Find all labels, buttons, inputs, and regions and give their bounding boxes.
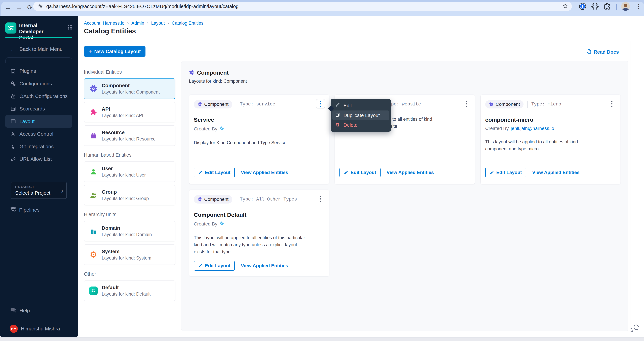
project-selector[interactable]: PROJECT Select a Project › [11, 182, 67, 199]
view-applied-entities-link[interactable]: View Applied Entities [241, 170, 288, 175]
created-by-label: Created By [485, 126, 509, 131]
breadcrumb-admin[interactable]: Admin [132, 21, 144, 26]
layout-card-component-micro: Component Type: micro component-micro Cr… [480, 94, 621, 184]
harness-user-icon [219, 221, 224, 227]
view-applied-entities-link[interactable]: View Applied Entities [241, 263, 288, 268]
onepassword-extension-icon[interactable] [578, 2, 586, 10]
view-applied-entities-link[interactable]: View Applied Entities [386, 170, 434, 175]
entity-name: Component [102, 83, 160, 88]
git-branch-icon [10, 143, 16, 150]
card-menu-button[interactable] [316, 99, 325, 108]
type-text: Type: micro [527, 101, 561, 108]
created-by-row: Created By [194, 221, 324, 227]
entity-item-system[interactable]: ⚙ System Layouts for kind: System [84, 244, 175, 265]
user-avatar: HM [10, 325, 18, 333]
layout-card-component-default: Component Type: All Other Types Componen… [189, 190, 329, 277]
main-content: Account: Harness.io › Admin › Layout › C… [78, 16, 644, 337]
bottom-bar [0, 337, 644, 341]
entity-name: API [102, 106, 143, 112]
entity-item-group[interactable]: Group Layouts for kind: Group [84, 185, 175, 205]
new-catalog-layout-button[interactable]: + New Catalog Layout [84, 46, 146, 57]
read-docs-link[interactable]: Read Docs [586, 49, 619, 55]
entity-item-resource[interactable]: Resource Layouts for kind: Resource [84, 125, 175, 146]
sidebar-item-label: Layout [20, 118, 34, 124]
duplicate-copy-icon [335, 112, 340, 118]
sidebar-item-label: Access Control [20, 131, 53, 137]
created-by-user-link[interactable]: jenil.jain@harness.io [511, 126, 554, 131]
card-menu-button[interactable] [608, 99, 616, 108]
api-puzzle-icon [89, 108, 98, 116]
link-icon [10, 156, 16, 162]
sidebar-item-git-integrations[interactable]: Git Integrations [0, 140, 78, 153]
sidebar-item-pipelines[interactable]: Pipelines [10, 204, 40, 216]
sidebar-item-scorecards[interactable]: Scorecards [0, 102, 78, 115]
chevron-right-icon: › [61, 187, 64, 195]
entity-item-user[interactable]: User Layouts for kind: User [84, 161, 175, 182]
sidebar-item-url-allow-list[interactable]: URL Allow List [0, 153, 78, 165]
sidebar-item-layout[interactable]: Layout [5, 115, 72, 128]
resource-bag-icon [89, 131, 98, 140]
layouts-panel: Component Layouts for kind: Component Co… [181, 61, 628, 331]
browser-back-button[interactable]: ← [4, 3, 12, 12]
layout-title: component-micro [485, 116, 616, 123]
breadcrumb-separator: › [127, 20, 129, 26]
sidebar-item-oauth-configurations[interactable]: OAuth Configurations [0, 90, 78, 102]
entity-item-component[interactable]: Component Layouts for kind: Component [84, 78, 175, 99]
edit-layout-button[interactable]: Edit Layout [194, 261, 235, 271]
pipelines-icon [10, 206, 16, 213]
view-applied-entities-link[interactable]: View Applied Entities [532, 170, 580, 175]
edit-layout-button[interactable]: Edit Layout [194, 168, 235, 177]
menu-item-delete[interactable]: Delete [332, 120, 389, 130]
sidebar-accent-divider [5, 37, 72, 38]
entity-item-domain[interactable]: Domain Layouts for kind: Domain [84, 221, 175, 241]
edit-layout-button[interactable]: Edit Layout [340, 168, 380, 177]
group-label-individual: Individual Entities [84, 69, 175, 75]
user-menu[interactable]: HM Himanshu Mishra [10, 324, 60, 333]
menu-item-duplicate-layout[interactable]: Duplicate Layout [332, 110, 389, 120]
sidebar-item-configurations[interactable]: Configurations [0, 77, 78, 90]
entity-item-default[interactable]: Default Layouts for kind: Default [84, 281, 175, 301]
breadcrumb-layout[interactable]: Layout [151, 21, 165, 26]
created-by-row: Created By [194, 126, 324, 132]
edit-layout-label: Edit Layout [205, 170, 230, 175]
app-shell: Internal Developer Portal ← Back to Main… [0, 16, 644, 341]
site-settings-icon[interactable] [38, 3, 43, 9]
module-grid-icon[interactable] [67, 24, 73, 31]
panel-subtitle: Layouts for kind: Component [189, 79, 621, 84]
sidebar-section-divider [5, 57, 72, 63]
menu-item-label: Delete [344, 122, 358, 128]
browser-address-bar[interactable]: qa.harness.io/ng/account/zEaak-FLS425IEO… [33, 2, 572, 11]
edit-layout-button[interactable]: Edit Layout [485, 168, 526, 177]
back-label: Back to Main Menu [20, 46, 62, 52]
browser-forward-button[interactable]: → [15, 3, 24, 12]
panel-divider [189, 89, 621, 89]
entity-item-api[interactable]: API Layouts for kind: API [84, 102, 175, 122]
entity-subtitle: Layouts for kind: Component [102, 89, 160, 95]
system-gear-icon: ⚙ [89, 251, 98, 259]
menu-item-edit[interactable]: Edit [332, 101, 389, 110]
browser-profile-avatar[interactable] [621, 2, 630, 11]
sidebar-item-plugins[interactable]: Plugins [0, 65, 78, 77]
layout-icon [10, 118, 16, 125]
extensions-puzzle-icon[interactable] [604, 2, 612, 10]
help-button[interactable]: ? Help [10, 306, 30, 315]
edit-layout-label: Edit Layout [350, 170, 376, 175]
entity-subtitle: Layouts for kind: API [102, 113, 143, 118]
breadcrumb-account[interactable]: Account: Harness.io [84, 21, 124, 26]
group-label-other: Other [84, 271, 175, 277]
breadcrumb-catalog-entities[interactable]: Catalog Entities [172, 21, 203, 26]
chat-widget-button[interactable] [630, 324, 640, 333]
browser-menu-icon[interactable]: ⋮ [636, 3, 642, 10]
back-to-main-menu[interactable]: ← Back to Main Menu [10, 45, 62, 53]
card-menu-button[interactable] [316, 194, 325, 204]
group-label-human: Human based Entities [84, 152, 175, 158]
sidebar-item-access-control[interactable]: Access Control [0, 128, 78, 140]
layout-title: Service [194, 116, 324, 123]
card-menu-button[interactable] [462, 99, 471, 108]
loading-extension-icon[interactable] [591, 2, 599, 10]
entity-subtitle: Layouts for kind: Group [102, 196, 149, 201]
layout-description: This layout will be applied to all entit… [194, 234, 308, 256]
bookmark-star-icon[interactable] [562, 3, 568, 10]
browser-reload-button[interactable]: ⟳ [26, 3, 34, 12]
card-context-menu: Edit Duplicate Layout Delete [331, 99, 391, 132]
